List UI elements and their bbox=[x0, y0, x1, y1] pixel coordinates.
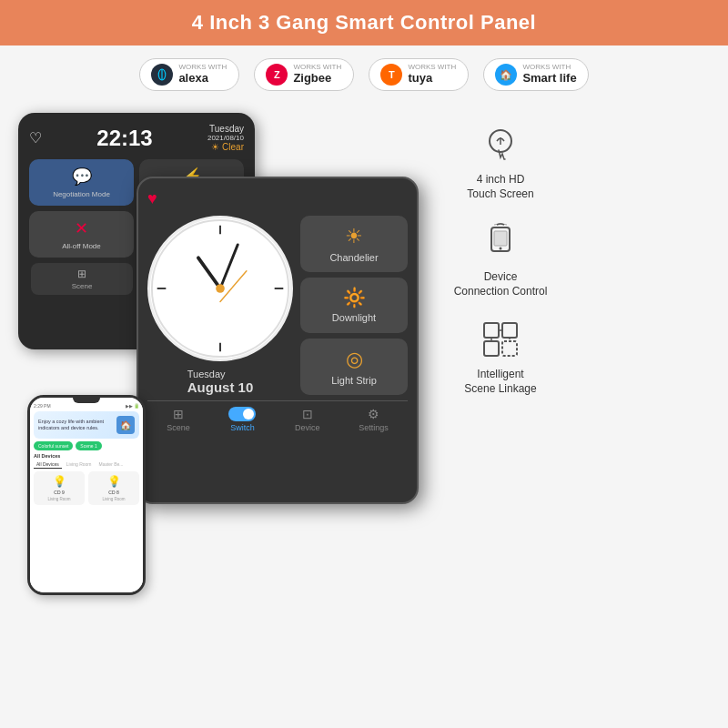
lightstrip-icon: ◎ bbox=[346, 348, 363, 371]
alexa-text: WORKS WITH alexa bbox=[178, 64, 227, 85]
devices-area: ♡ 22:13 Tuesday 2021/08/10 ☀ Clear 💬 Neg… bbox=[18, 113, 428, 595]
front-nav-settings[interactable]: ⚙ Settings bbox=[359, 407, 389, 432]
scene-linkage-icon bbox=[478, 317, 523, 362]
feature-touch-screen: 4 inch HDTouch Screen bbox=[467, 122, 533, 201]
svg-rect-19 bbox=[484, 341, 499, 356]
all-off-btn[interactable]: ✕ All-off Mode bbox=[29, 211, 134, 258]
front-nav-switch[interactable]: Switch bbox=[228, 407, 256, 432]
svg-rect-18 bbox=[502, 323, 517, 338]
device-nav-label: Device bbox=[295, 423, 320, 432]
phone-device-row: 💡 CD 9 Living Room 💡 CD 8 Living Room bbox=[34, 471, 139, 505]
lightstrip-label: Light Strip bbox=[331, 375, 377, 386]
svg-rect-15 bbox=[494, 231, 507, 246]
sun-icon: ☀ bbox=[211, 142, 219, 152]
settings-nav-label: Settings bbox=[359, 423, 389, 432]
negotiation-mode-btn[interactable]: 💬 Negotiation Mode bbox=[29, 159, 134, 206]
chandelier-btn[interactable]: ☀ Chandelier bbox=[300, 216, 408, 272]
front-body: Tuesday August 10 ☀ Chandelier 🔆 Downlig… bbox=[147, 216, 408, 395]
scene-tag-1[interactable]: Colorful sunset bbox=[34, 441, 73, 450]
device-control-icon bbox=[478, 219, 523, 265]
x-icon: ✕ bbox=[75, 218, 88, 238]
device-cd8-loc: Living Room bbox=[102, 497, 125, 501]
phone-time: 2:29 PM bbox=[34, 403, 51, 409]
switch-nav-label: Switch bbox=[230, 423, 255, 432]
smartlife-badge: 🏠 WORKS WITH Smart life bbox=[483, 58, 588, 91]
downlight-label: Downlight bbox=[332, 312, 376, 323]
zigbee-icon: Z bbox=[266, 64, 288, 86]
device-cd8-icon: 💡 bbox=[107, 475, 121, 488]
chat-icon: 💬 bbox=[72, 167, 92, 187]
device-controls: ☀ Chandelier 🔆 Downlight ◎ Light Strip bbox=[300, 216, 408, 395]
touch-screen-icon bbox=[478, 122, 523, 167]
scene-label: Scene bbox=[72, 282, 93, 290]
front-device[interactable]: ♥ bbox=[136, 177, 419, 504]
front-nav-scene[interactable]: ⊞ Scene bbox=[167, 407, 190, 432]
downlight-icon: 🔆 bbox=[343, 287, 366, 308]
heart-icon: ♡ bbox=[29, 129, 42, 147]
tuya-text: WORKS WITH tuya bbox=[408, 64, 456, 85]
svg-rect-17 bbox=[484, 323, 499, 338]
touch-screen-label: 4 inch HDTouch Screen bbox=[467, 173, 533, 201]
device-cd8-name: CD 8 bbox=[108, 490, 118, 495]
clock-date: Tuesday August 10 bbox=[187, 369, 254, 395]
smartlife-icon: 🏠 bbox=[495, 64, 517, 86]
phone-tab-master[interactable]: Master Be... bbox=[96, 460, 126, 469]
clock-month-day: August 10 bbox=[187, 379, 254, 395]
phone-banner-text: Enjoy a cozy life with ambient indicator… bbox=[38, 419, 113, 431]
phone-mockup: 2:29 PM ▶▶ 🔋 Enjoy a cozy life with ambi… bbox=[27, 395, 146, 595]
phone-tab-living[interactable]: Living Room bbox=[64, 460, 95, 469]
back-day: Tuesday bbox=[209, 124, 244, 134]
phone-signal: ▶▶ 🔋 bbox=[126, 403, 139, 409]
back-device-header: ♡ 22:13 Tuesday 2021/08/10 ☀ Clear bbox=[29, 124, 244, 152]
scene-nav-label: Scene bbox=[167, 423, 190, 432]
device-cd9-name: CD 9 bbox=[54, 490, 64, 495]
front-nav: ⊞ Scene Switch ⊡ Device ⚙ Settings bbox=[147, 400, 408, 434]
phone-device-cd8[interactable]: 💡 CD 8 Living Room bbox=[88, 471, 139, 505]
scene-tag-2[interactable]: Scene 1 bbox=[76, 441, 101, 450]
phone-screen: 2:29 PM ▶▶ 🔋 Enjoy a cozy life with ambi… bbox=[30, 398, 143, 592]
svg-rect-20 bbox=[502, 341, 517, 356]
phone-tabs: All Devices Living Room Master Be... bbox=[34, 460, 139, 469]
alexa-icon bbox=[151, 64, 173, 86]
scene-icon: ⊞ bbox=[77, 268, 86, 280]
tuya-icon: T bbox=[380, 64, 402, 86]
device-cd9-icon: 💡 bbox=[53, 475, 66, 488]
phone-device-cd9[interactable]: 💡 CD 9 Living Room bbox=[34, 471, 85, 505]
svg-point-11 bbox=[216, 284, 225, 293]
phone-banner: Enjoy a cozy life with ambient indicator… bbox=[34, 411, 139, 439]
scene-linkage-label: IntelligentScene Linkage bbox=[464, 368, 536, 396]
clock-face bbox=[147, 216, 293, 361]
device-cd9-loc: Living Room bbox=[47, 497, 70, 501]
main-content: ♡ 22:13 Tuesday 2021/08/10 ☀ Clear 💬 Neg… bbox=[0, 104, 728, 604]
phone-notch bbox=[73, 398, 100, 403]
tuya-badge: T WORKS WITH tuya bbox=[369, 58, 469, 91]
compatibility-row: WORKS WITH alexa Z WORKS WITH Zigbee T W… bbox=[0, 46, 728, 104]
all-off-label: All-off Mode bbox=[62, 242, 101, 250]
downlight-btn[interactable]: 🔆 Downlight bbox=[300, 278, 408, 333]
all-devices-label: All Devices bbox=[34, 453, 139, 459]
feature-device-control: DeviceConnection Control bbox=[454, 219, 548, 298]
back-scene-tab[interactable]: ⊞ Scene bbox=[31, 263, 133, 295]
zigbee-text: WORKS WITH Zigbee bbox=[293, 64, 341, 85]
phone-tab-all[interactable]: All Devices bbox=[34, 460, 62, 469]
page-header: 4 Inch 3 Gang Smart Control Panel bbox=[0, 0, 728, 46]
settings-nav-icon: ⚙ bbox=[368, 407, 379, 421]
device-nav-icon: ⊡ bbox=[302, 407, 313, 421]
back-date: 2021/08/10 bbox=[207, 134, 244, 142]
clock-day-name: Tuesday bbox=[187, 369, 254, 379]
front-nav-device[interactable]: ⊡ Device bbox=[295, 407, 320, 432]
back-time: 22:13 bbox=[96, 126, 152, 151]
phone-scene-row: Colorful sunset Scene 1 bbox=[34, 441, 139, 450]
front-heart-icon: ♥ bbox=[147, 189, 157, 208]
back-date-weather: Tuesday 2021/08/10 ☀ Clear bbox=[207, 124, 244, 152]
lightstrip-btn[interactable]: ◎ Light Strip bbox=[300, 339, 408, 395]
page-title: 4 Inch 3 Gang Smart Control Panel bbox=[18, 11, 710, 35]
zigbee-badge: Z WORKS WITH Zigbee bbox=[254, 58, 354, 91]
clock-area: Tuesday August 10 bbox=[147, 216, 293, 395]
switch-toggle[interactable] bbox=[228, 407, 256, 421]
back-weather: ☀ Clear bbox=[211, 142, 244, 152]
smartlife-text: WORKS WITH Smart life bbox=[522, 64, 576, 85]
clock-svg bbox=[150, 218, 290, 359]
svg-point-16 bbox=[499, 248, 501, 250]
front-header: ♥ bbox=[147, 189, 408, 208]
